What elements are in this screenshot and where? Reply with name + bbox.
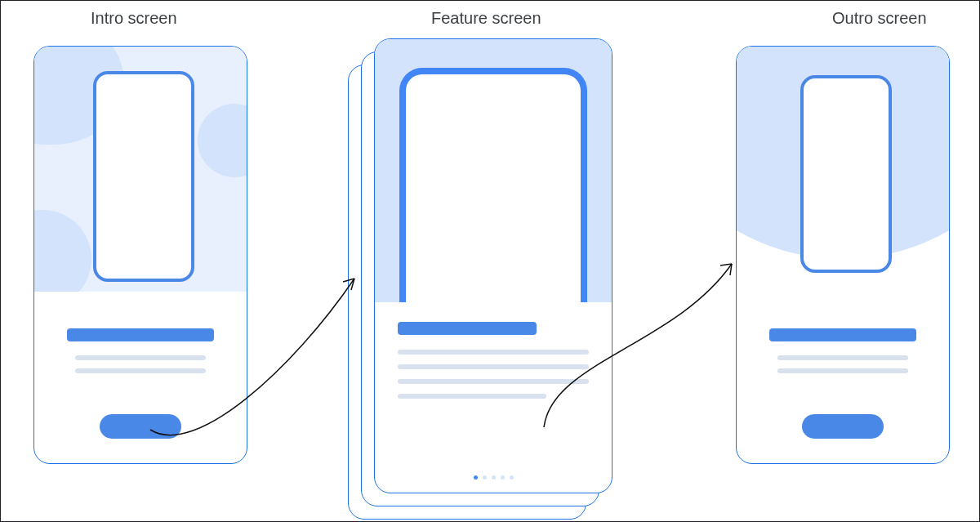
feature-hero [375,39,612,302]
title-placeholder [398,322,537,335]
label-feature: Feature screen [431,9,541,28]
blob-shape [198,104,247,177]
text-placeholder [777,355,908,360]
text-placeholder [398,364,589,369]
pager-dot [474,475,478,480]
intro-hero [34,47,247,292]
title-placeholder [67,328,214,341]
label-outro: Outro screen [832,9,927,28]
text-placeholder [398,379,589,384]
outro-screen-mock [736,46,950,464]
pager-dot [492,475,496,480]
blob-shape [34,210,91,292]
diagram-frame: Intro screen Feature screen Outro screen [0,0,980,522]
device-illustration [399,68,587,302]
intro-screen-mock [33,46,247,464]
pager-dot [510,475,514,480]
cta-button-placeholder [100,414,181,439]
cta-button-placeholder [802,414,884,439]
feature-screen-mock-front [374,38,612,493]
text-placeholder [777,368,908,373]
text-placeholder [75,368,206,373]
text-placeholder [75,355,206,360]
pager-dots [375,475,612,480]
pager-dot [501,475,505,480]
outro-hero [737,47,949,292]
title-placeholder [769,328,916,341]
pager-dot [483,475,487,480]
device-illustration [93,71,194,282]
text-placeholder [398,394,546,399]
device-illustration [800,75,892,273]
text-placeholder [398,350,589,355]
label-intro: Intro screen [91,9,177,28]
